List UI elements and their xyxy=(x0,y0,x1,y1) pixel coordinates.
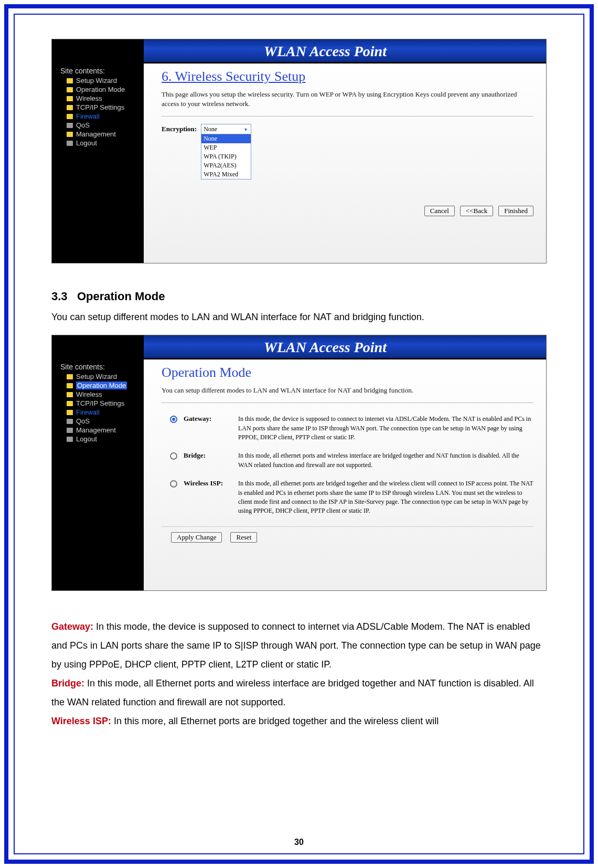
bridge-label: Bridge: xyxy=(51,678,84,689)
folder-icon xyxy=(67,141,73,146)
encryption-label: Encryption: xyxy=(162,124,197,133)
folder-icon xyxy=(67,96,73,101)
folder-icon xyxy=(67,105,73,110)
encryption-dropdown[interactable]: None ▾ NoneWEPWPA (TKIP)WPA2(AES)WPA2 Mi… xyxy=(201,124,251,179)
sidebar-item[interactable]: TCP/IP Settings xyxy=(55,103,142,112)
folder-icon xyxy=(67,437,73,442)
sidebar-item-label: Firewall xyxy=(76,408,100,416)
sidebar-title: Site contents: xyxy=(55,363,142,371)
chevron-down-icon[interactable]: ▾ xyxy=(241,125,250,133)
gateway-label: Gateway: xyxy=(51,621,93,632)
mode-description: In this mode, all ethernet ports are bri… xyxy=(238,479,533,516)
divider xyxy=(162,116,533,117)
sidebar-title: Site contents: xyxy=(55,67,142,75)
sidebar-item[interactable]: Management xyxy=(55,426,142,435)
wireless-isp-label: Wireless ISP: xyxy=(51,716,111,726)
folder-icon xyxy=(67,132,73,137)
mode-label: Bridge: xyxy=(184,451,232,460)
mode-row: Bridge:In this mode, all ethernet ports … xyxy=(162,447,533,475)
sidebar-item-label: Wireless xyxy=(76,390,102,398)
sidebar-item-label: TCP/IP Settings xyxy=(76,399,124,407)
radio-button[interactable] xyxy=(170,416,177,423)
sidebar-item[interactable]: Operation Mode xyxy=(55,85,142,94)
folder-icon xyxy=(67,401,73,406)
body-text: Gateway: In this mode, the device is sup… xyxy=(51,617,547,731)
router-title: WLAN Access Point xyxy=(52,39,546,63)
content-title: Operation Mode xyxy=(162,365,533,380)
sidebar-item-label: TCP/IP Settings xyxy=(76,103,124,111)
radio-button[interactable] xyxy=(170,452,177,460)
dropdown-option[interactable]: WEP xyxy=(201,143,251,152)
router-title: WLAN Access Point xyxy=(52,335,546,359)
content-description: This page allows you setup the wireless … xyxy=(162,90,533,109)
sidebar-item[interactable]: Operation Mode xyxy=(55,381,142,390)
dropdown-selected-value: None xyxy=(204,125,217,133)
sidebar-item-label: QoS xyxy=(76,417,90,425)
section-intro: You can setup different modes to LAN and… xyxy=(51,308,547,326)
folder-icon xyxy=(67,410,73,415)
dropdown-option[interactable]: WPA (TKIP) xyxy=(201,152,251,161)
sidebar-item[interactable]: Wireless xyxy=(55,94,142,103)
reset-button[interactable]: Reset xyxy=(230,532,257,543)
sidebar-item-label: Logout xyxy=(76,139,97,147)
sidebar-item[interactable]: QoS xyxy=(55,121,142,130)
sidebar: Site contents: Setup WizardOperation Mod… xyxy=(52,359,144,590)
mode-row: Gateway:In this mode, the device is supp… xyxy=(162,410,533,447)
sidebar-item[interactable]: Setup Wizard xyxy=(55,372,142,381)
router-header: WLAN Access Point xyxy=(52,335,546,359)
content-title: 6. Wireless Security Setup xyxy=(162,69,533,84)
sidebar-item[interactable]: TCP/IP Settings xyxy=(55,399,142,408)
dropdown-option[interactable]: WPA2(AES) xyxy=(201,161,251,170)
sidebar-item[interactable]: Wireless xyxy=(55,390,142,399)
sidebar-item[interactable]: Setup Wizard xyxy=(55,76,142,85)
screenshot-wireless-security: WLAN Access Point Site contents: Setup W… xyxy=(51,39,547,263)
folder-icon xyxy=(67,383,73,388)
radio-button[interactable] xyxy=(170,480,177,488)
sidebar-item-label: Management xyxy=(76,130,116,138)
router-header: WLAN Access Point xyxy=(52,39,546,63)
folder-icon xyxy=(67,123,73,128)
folder-icon xyxy=(67,419,73,424)
folder-icon xyxy=(67,428,73,433)
back-button[interactable]: <<Back xyxy=(460,206,493,216)
sidebar-item[interactable]: Logout xyxy=(55,435,142,443)
sidebar-item-label: Setup Wizard xyxy=(76,373,117,380)
divider xyxy=(162,403,533,403)
gateway-text: In this mode, the device is supposed to … xyxy=(51,621,541,670)
cancel-button[interactable]: Cancel xyxy=(424,206,455,216)
wireless-isp-text: In this more, all Ethernet ports are bri… xyxy=(111,716,439,726)
dropdown-option[interactable]: None xyxy=(201,134,251,143)
sidebar-item-label: Logout xyxy=(76,435,97,443)
sidebar-item-label: Operation Mode xyxy=(76,86,125,93)
bridge-text: In this mode, all Ethernet ports and wir… xyxy=(51,678,534,707)
sidebar-item[interactable]: Management xyxy=(55,130,142,139)
dropdown-option[interactable]: WPA2 Mixed xyxy=(201,170,251,179)
sidebar-item-label: QoS xyxy=(76,121,90,129)
sidebar-item-label: Setup Wizard xyxy=(76,77,117,84)
folder-icon xyxy=(67,392,73,397)
mode-description: In this mode, all ethernet ports and wir… xyxy=(238,451,533,470)
folder-icon xyxy=(67,87,73,92)
folder-icon xyxy=(67,78,73,83)
sidebar-item[interactable]: Logout xyxy=(55,139,142,147)
mode-label: Wireless ISP: xyxy=(184,479,232,488)
sidebar-item-label: Operation Mode xyxy=(76,382,127,389)
finished-button[interactable]: Finished xyxy=(498,206,533,216)
section-heading: 3.3 Operation Mode xyxy=(51,290,547,303)
sidebar-item-label: Firewall xyxy=(76,112,100,120)
folder-icon xyxy=(67,374,73,379)
sidebar-item[interactable]: Firewall xyxy=(55,112,142,121)
sidebar-item[interactable]: QoS xyxy=(55,417,142,426)
screenshot-operation-mode: WLAN Access Point Site contents: Setup W… xyxy=(51,335,547,591)
sidebar-item-label: Wireless xyxy=(76,94,102,102)
apply-change-button[interactable]: Apply Change xyxy=(171,532,222,543)
folder-icon xyxy=(67,114,73,119)
sidebar-item[interactable]: Firewall xyxy=(55,408,142,417)
mode-label: Gateway: xyxy=(184,415,232,423)
mode-row: Wireless ISP:In this mode, all ethernet … xyxy=(162,475,533,521)
sidebar-item-label: Management xyxy=(76,426,116,434)
page-number: 30 xyxy=(15,838,583,847)
mode-description: In this mode, the device is supposed to … xyxy=(238,415,533,442)
sidebar: Site contents: Setup WizardOperation Mod… xyxy=(52,63,144,263)
content-description: You can setup different modes to LAN and… xyxy=(162,386,533,395)
